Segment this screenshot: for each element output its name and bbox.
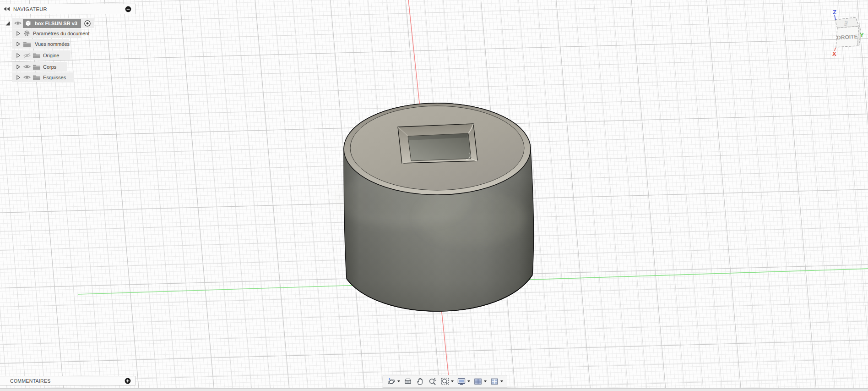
fit-magnifier-icon bbox=[440, 377, 450, 386]
viewports-button[interactable] bbox=[488, 377, 505, 386]
folder-icon bbox=[33, 75, 40, 80]
fit-button[interactable] bbox=[439, 377, 455, 386]
add-comment-icon[interactable] bbox=[125, 378, 131, 384]
expand-arrow-icon[interactable] bbox=[16, 31, 20, 36]
folder-icon bbox=[33, 53, 40, 58]
pan-hand-icon bbox=[416, 377, 425, 386]
gear-icon bbox=[23, 30, 30, 37]
visibility-eye-icon[interactable] bbox=[14, 21, 22, 26]
visibility-eye-icon[interactable] bbox=[23, 64, 31, 69]
visibility-off-eye-icon[interactable] bbox=[23, 53, 31, 58]
fit-dropdown-caret[interactable] bbox=[451, 380, 454, 382]
orbit-icon bbox=[387, 377, 396, 386]
pan-button[interactable] bbox=[414, 377, 426, 386]
tree-item-label[interactable]: Vues nommées bbox=[35, 41, 70, 47]
folder-icon bbox=[33, 64, 40, 70]
display-settings-dropdown-caret[interactable] bbox=[467, 380, 470, 382]
collapse-panel-icon[interactable] bbox=[4, 7, 10, 11]
grid-and-snaps-button[interactable] bbox=[472, 377, 488, 386]
root-component-label[interactable]: box FLSUN SR v3 bbox=[35, 21, 77, 26]
axis-x-label: X bbox=[832, 50, 836, 57]
root-component-selected[interactable]: box FLSUN SR v3 bbox=[23, 19, 81, 28]
orbit-dropdown-caret[interactable] bbox=[397, 380, 400, 382]
comments-bar: COMMENTAIRES bbox=[0, 376, 136, 385]
model-viewport: HAUT DROITE Z Y X bbox=[0, 0, 868, 391]
visibility-eye-icon[interactable] bbox=[23, 75, 31, 80]
tree-row-document-settings[interactable]: Paramètres du document bbox=[12, 28, 81, 38]
component-cube-icon bbox=[24, 20, 32, 27]
tree-row-named-views[interactable]: Vues nommées bbox=[12, 39, 69, 49]
axis-z-label: Z bbox=[833, 9, 836, 16]
navigator-title: NAVIGATEUR bbox=[13, 6, 121, 12]
tree-row-root[interactable]: box FLSUN SR v3 bbox=[5, 18, 94, 28]
minimize-panel-icon[interactable] bbox=[125, 6, 131, 12]
expanded-triangle-icon[interactable] bbox=[5, 21, 10, 26]
axis-y-label: Y bbox=[860, 32, 864, 39]
look-at-button[interactable] bbox=[402, 377, 414, 386]
grid-icon bbox=[473, 377, 483, 386]
display-monitor-icon bbox=[457, 377, 466, 386]
tree-row-origin[interactable]: Origine bbox=[12, 50, 71, 60]
expand-arrow-icon[interactable] bbox=[16, 65, 20, 69]
expand-arrow-icon[interactable] bbox=[16, 53, 20, 58]
tree-item-label[interactable]: Paramètres du document bbox=[33, 31, 90, 36]
tree-item-label[interactable]: Esquisses bbox=[43, 75, 66, 80]
view-cube[interactable]: HAUT DROITE Z Y X bbox=[832, 9, 864, 57]
navigator-header: NAVIGATEUR bbox=[0, 4, 136, 14]
activate-component-radio-icon[interactable] bbox=[84, 20, 91, 27]
orbit-button[interactable] bbox=[385, 377, 401, 386]
viewports-icon bbox=[490, 377, 499, 386]
comments-title: COMMENTAIRES bbox=[10, 378, 125, 384]
zoom-magnifier-icon bbox=[428, 377, 437, 386]
fusion-canvas-window: HAUT DROITE Z Y X NAVIGATEUR bbox=[0, 0, 868, 391]
expand-arrow-icon[interactable] bbox=[16, 75, 20, 80]
folder-icon bbox=[23, 41, 31, 47]
grid-and-snaps-dropdown-caret[interactable] bbox=[484, 380, 487, 382]
expand-arrow-icon[interactable] bbox=[16, 42, 20, 46]
viewports-dropdown-caret[interactable] bbox=[500, 380, 503, 382]
tree-item-label[interactable]: Origine bbox=[43, 53, 59, 58]
model-body[interactable] bbox=[334, 103, 534, 311]
navigation-toolbar bbox=[383, 375, 507, 388]
look-at-icon bbox=[403, 377, 412, 386]
tree-row-sketches[interactable]: Esquisses bbox=[12, 72, 74, 82]
tree-row-bodies[interactable]: Corps bbox=[12, 62, 67, 72]
zoom-button[interactable] bbox=[427, 377, 439, 386]
window-bottom-strip bbox=[0, 388, 868, 391]
display-settings-button[interactable] bbox=[456, 377, 472, 386]
tree-item-label[interactable]: Corps bbox=[43, 64, 56, 70]
view-cube-front-label[interactable]: DROITE bbox=[837, 33, 858, 41]
